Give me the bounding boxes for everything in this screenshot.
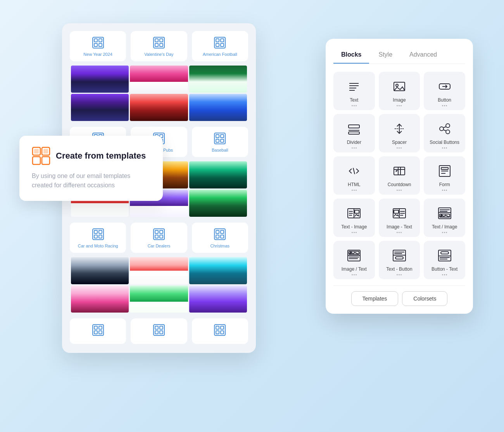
template-img[interactable] [130, 285, 188, 313]
svg-rect-37 [160, 230, 163, 233]
svg-rect-85 [394, 167, 405, 175]
block-dots [442, 232, 447, 233]
svg-rect-11 [216, 39, 219, 42]
svg-rect-39 [160, 235, 163, 238]
block-spacer-label: Spacer [392, 140, 407, 145]
block-dots [397, 274, 402, 275]
template-img[interactable] [130, 94, 188, 121]
svg-point-71 [396, 84, 398, 86]
tab-blocks[interactable]: Blocks [333, 48, 369, 64]
block-image-text[interactable]: Image - Text [379, 199, 420, 237]
category-grid-4 [70, 318, 248, 344]
category-extra2[interactable] [131, 318, 187, 344]
block-divider[interactable]: Divider [333, 114, 375, 152]
category-label: Christmas [195, 244, 245, 248]
image-icon [391, 78, 408, 95]
svg-rect-52 [160, 326, 163, 329]
svg-rect-43 [216, 235, 219, 238]
template-img[interactable] [71, 66, 129, 93]
category-car-dealers[interactable]: Car Dealers [131, 223, 187, 253]
colorsets-button[interactable]: Colorsets [402, 291, 447, 306]
category-icon [213, 36, 227, 50]
category-extra1[interactable] [70, 318, 126, 344]
blocks-panel: Blocks Style Advanced Text [326, 39, 473, 314]
block-text-button[interactable]: Text - Button [379, 241, 420, 279]
svg-rect-34 [99, 235, 102, 238]
block-html[interactable]: HTML [333, 156, 375, 195]
block-image[interactable]: Image [379, 72, 420, 110]
category-icon [213, 323, 227, 337]
block-social-buttons[interactable]: Social Buttons [424, 114, 465, 152]
templates-icon [32, 147, 50, 165]
svg-rect-63 [42, 157, 50, 164]
template-img[interactable] [71, 94, 129, 121]
block-countdown-label: Countdown [388, 182, 411, 187]
block-text-label: Text [350, 97, 358, 103]
block-dots [352, 190, 357, 191]
template-img[interactable] [189, 94, 247, 121]
tab-style[interactable]: Style [371, 48, 400, 64]
svg-rect-93 [441, 168, 448, 169]
tooltip-header: Create from templates [32, 147, 150, 165]
svg-point-81 [446, 130, 450, 134]
template-img[interactable] [189, 257, 247, 284]
template-images-row3 [70, 256, 248, 314]
block-dots [397, 190, 402, 191]
svg-line-84 [353, 168, 355, 174]
block-form[interactable]: Form [424, 156, 465, 195]
template-img[interactable] [189, 161, 247, 188]
category-baseball[interactable]: Baseball [192, 127, 248, 157]
block-text-image[interactable]: Text - Image [333, 199, 375, 237]
category-grid-3: Car and Moto Racing Car Dealers [70, 223, 248, 253]
svg-rect-64 [34, 149, 39, 154]
template-img[interactable] [71, 257, 129, 284]
block-countdown[interactable]: Countdown [379, 156, 420, 195]
category-extra3[interactable] [192, 318, 248, 344]
svg-rect-6 [155, 39, 158, 42]
block-dots [352, 232, 357, 233]
template-img[interactable] [130, 66, 188, 93]
svg-rect-54 [160, 331, 163, 334]
template-img[interactable] [130, 257, 188, 284]
block-text[interactable]: Text [333, 72, 375, 110]
block-image-slash-text[interactable]: Image / Text [333, 241, 375, 279]
template-img[interactable] [189, 190, 247, 217]
category-valentines[interactable]: Valentine's Day [131, 31, 187, 61]
category-football[interactable]: American Football [192, 31, 248, 61]
templates-button[interactable]: Templates [351, 291, 399, 306]
block-button[interactable]: Button [424, 72, 465, 110]
svg-rect-46 [94, 326, 97, 329]
template-images-row1 [70, 64, 248, 122]
svg-rect-65 [43, 149, 48, 154]
category-icon [213, 131, 227, 145]
divider-icon [345, 120, 362, 137]
svg-rect-122 [395, 257, 403, 259]
block-button-text[interactable]: Button - Text [424, 241, 465, 279]
svg-rect-12 [221, 39, 224, 42]
svg-rect-14 [221, 43, 224, 47]
svg-rect-56 [216, 326, 219, 329]
tab-advanced[interactable]: Advanced [402, 48, 445, 64]
template-img[interactable] [71, 285, 129, 313]
block-dots [442, 105, 447, 106]
svg-rect-51 [155, 326, 158, 329]
category-icon [152, 227, 166, 241]
svg-rect-42 [221, 230, 224, 233]
svg-rect-36 [155, 230, 158, 233]
text-icon [345, 78, 362, 95]
svg-point-80 [446, 124, 450, 128]
category-christmas[interactable]: Christmas [192, 223, 248, 253]
block-text-slash-image[interactable]: Text / Image [424, 199, 465, 237]
svg-rect-33 [94, 235, 97, 238]
template-img[interactable] [189, 66, 247, 93]
category-car-moto[interactable]: Car and Moto Racing [70, 223, 126, 253]
svg-rect-32 [99, 230, 102, 233]
svg-rect-31 [94, 230, 97, 233]
template-img[interactable] [189, 285, 247, 313]
button-text-icon [436, 247, 453, 264]
category-label: New Year 2024 [73, 52, 123, 57]
svg-rect-8 [155, 43, 158, 47]
category-new-year[interactable]: New Year 2024 [70, 31, 126, 61]
block-image-text-label: Image - Text [387, 224, 412, 230]
block-spacer[interactable]: Spacer [379, 114, 420, 152]
